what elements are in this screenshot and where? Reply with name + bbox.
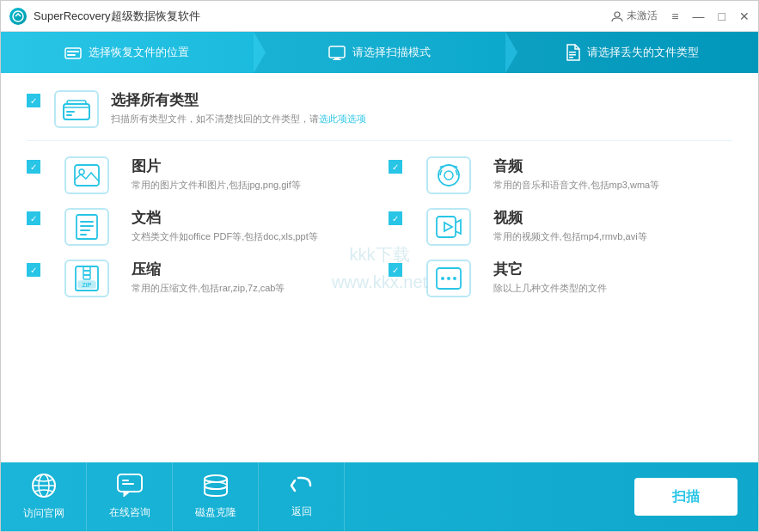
image-checkbox[interactable]: ✓ — [27, 160, 40, 174]
svg-rect-15 — [75, 165, 99, 186]
svg-point-17 — [438, 165, 459, 186]
all-types-title: 选择所有类型 — [111, 90, 366, 110]
svg-point-35 — [453, 277, 456, 280]
zip-checkbox[interactable]: ✓ — [27, 263, 40, 277]
svg-point-34 — [447, 277, 450, 280]
svg-rect-40 — [122, 483, 134, 485]
video-icon-box — [426, 208, 471, 246]
bottom-bar: 访问官网 在线咨询 磁盘克隆 — [1, 462, 758, 531]
all-types-checkbox[interactable]: ✓ — [27, 94, 40, 107]
scan-button[interactable]: 扫描 — [634, 478, 738, 516]
type-zip: ✓ ZIP 压缩 常用的压缩文件,包括rar,zip,7z,cab等 — [27, 260, 371, 297]
app-logo — [9, 8, 27, 25]
minimize-button[interactable]: — — [693, 10, 705, 22]
svg-rect-29 — [83, 275, 90, 279]
step2-arrow — [505, 32, 517, 73]
website-button[interactable]: 访问官网 — [1, 462, 87, 531]
doc-checkbox[interactable]: ✓ — [27, 211, 40, 225]
type-doc: ✓ 文档 文档类文件如office PDF等,包括doc,xls,ppt等 — [27, 208, 371, 246]
type-other: ✓ 其它 除以上几种文件类型的文件 — [389, 260, 733, 297]
svg-rect-22 — [80, 229, 90, 231]
svg-point-1 — [615, 12, 620, 17]
svg-point-42 — [205, 482, 227, 489]
svg-rect-7 — [333, 59, 341, 60]
audio-desc: 常用的音乐和语音文件,包括mp3,wma等 — [493, 179, 660, 192]
svg-rect-3 — [67, 51, 79, 52]
svg-rect-20 — [80, 221, 94, 223]
image-title: 图片 — [132, 156, 301, 176]
other-title: 其它 — [493, 260, 607, 279]
svg-rect-5 — [329, 46, 345, 58]
clone-label: 磁盘克隆 — [195, 505, 236, 520]
other-icon-box — [426, 260, 471, 297]
consult-button[interactable]: 在线咨询 — [87, 462, 173, 531]
all-types-icon — [54, 90, 99, 128]
types-grid: ✓ 图片 常用的图片文件和图片,包括jpg,png,gif等 ✓ — [27, 156, 732, 297]
video-checkbox[interactable]: ✓ — [389, 211, 402, 225]
svg-point-16 — [79, 169, 84, 174]
all-types-checkbox-wrap[interactable]: ✓ — [27, 94, 40, 107]
step2-icon — [328, 45, 346, 60]
svg-rect-6 — [334, 58, 340, 59]
audio-title: 音频 — [493, 156, 660, 176]
titlebar: SuperRecovery超级数据恢复软件 未激活 ≡ — □ ✕ — [1, 1, 758, 32]
doc-title: 文档 — [132, 208, 318, 228]
website-label: 访问官网 — [23, 506, 64, 521]
svg-point-41 — [205, 475, 227, 482]
step-1[interactable]: 选择恢复文件的位置 — [1, 32, 254, 73]
website-icon — [31, 473, 57, 502]
maximize-button[interactable]: □ — [719, 10, 725, 22]
image-icon-box — [64, 156, 109, 194]
back-label: 返回 — [291, 504, 312, 519]
audio-icon-box — [426, 156, 471, 194]
audio-checkbox[interactable]: ✓ — [389, 160, 402, 174]
svg-rect-13 — [66, 111, 75, 113]
doc-icon-box — [64, 208, 109, 246]
menu-button[interactable]: ≡ — [671, 10, 678, 22]
back-button[interactable]: 返回 — [259, 462, 345, 531]
svg-point-18 — [444, 171, 453, 180]
video-title: 视频 — [493, 208, 647, 228]
step1-arrow — [254, 32, 266, 73]
main-content: kkk下载 www.kkx.net ✓ 选择所有类型 扫描所有类型文件，如不清楚… — [1, 73, 758, 462]
svg-point-33 — [441, 277, 444, 280]
all-types-row: ✓ 选择所有类型 扫描所有类型文件，如不清楚找回的文件类型，请选此项选项 — [27, 90, 732, 141]
svg-rect-14 — [66, 114, 72, 116]
zip-title: 压缩 — [132, 260, 285, 279]
svg-rect-4 — [67, 54, 76, 56]
svg-point-0 — [13, 11, 23, 21]
close-button[interactable]: ✕ — [739, 10, 750, 22]
other-desc: 除以上几种文件类型的文件 — [493, 282, 607, 295]
image-desc: 常用的图片文件和图片,包括jpg,png,gif等 — [132, 179, 301, 192]
svg-rect-8 — [569, 52, 576, 53]
back-icon — [290, 474, 314, 500]
video-desc: 常用的视频文件,包括mp4,rmvb,avi等 — [493, 230, 647, 243]
svg-rect-39 — [122, 480, 129, 481]
type-audio: ✓ 音频 常用的音乐和语音文件,包括mp3,wma等 — [389, 156, 733, 194]
type-video: ✓ 视频 常用的视频文件,包括mp4,rmvb,avi等 — [389, 208, 733, 246]
titlebar-controls: 未激活 ≡ — □ ✕ — [611, 9, 750, 23]
clone-icon — [202, 474, 230, 501]
svg-rect-12 — [67, 101, 86, 104]
other-checkbox[interactable]: ✓ — [389, 263, 402, 277]
svg-rect-21 — [80, 225, 94, 227]
user-icon — [611, 10, 623, 22]
all-types-desc: 扫描所有类型文件，如不清楚找回的文件类型，请选此项选项 — [111, 113, 366, 125]
zip-desc: 常用的压缩文件,包括rar,zip,7z,cab等 — [132, 282, 285, 295]
step-bar: 选择恢复文件的位置 请选择扫描模式 请选择丢失的文件类型 — [1, 32, 758, 73]
step3-icon — [565, 44, 580, 61]
svg-marker-25 — [444, 223, 452, 231]
svg-rect-9 — [569, 54, 576, 56]
all-types-info: 选择所有类型 扫描所有类型文件，如不清楚找回的文件类型，请选此项选项 — [111, 90, 366, 125]
zip-icon-box: ZIP — [64, 260, 109, 297]
svg-text:ZIP: ZIP — [83, 282, 92, 288]
app-title: SuperRecovery超级数据恢复软件 — [34, 9, 611, 24]
clone-button[interactable]: 磁盘克隆 — [173, 462, 259, 531]
consult-icon — [117, 474, 143, 501]
consult-label: 在线咨询 — [109, 505, 150, 520]
svg-rect-10 — [569, 57, 573, 58]
step-2[interactable]: 请选择扫描模式 — [254, 32, 506, 73]
user-status[interactable]: 未激活 — [611, 9, 658, 23]
step-3[interactable]: 请选择丢失的文件类型 — [505, 32, 758, 73]
svg-rect-2 — [65, 48, 81, 58]
